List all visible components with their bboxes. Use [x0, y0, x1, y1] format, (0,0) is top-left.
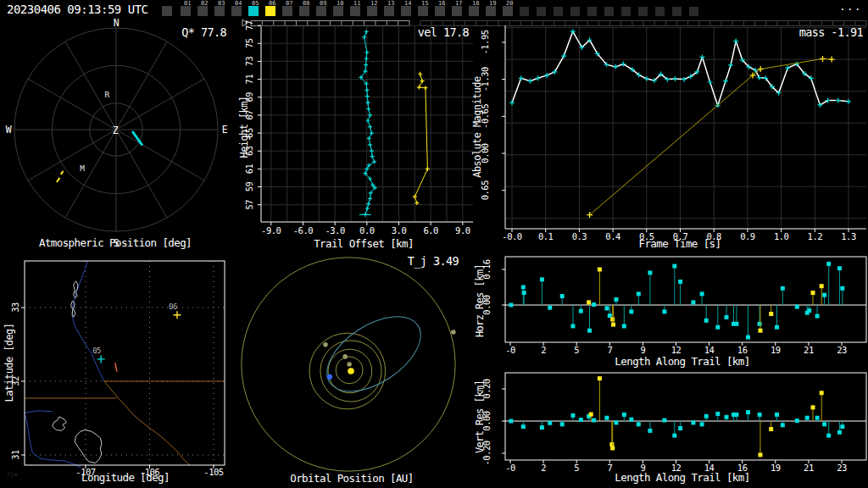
svg-text:19: 19	[771, 345, 781, 355]
svg-text:19: 19	[771, 463, 781, 473]
orbital-caption: Orbital Position [AU]	[290, 472, 413, 485]
app-window: 20230406 09:13:59 UTC 010203040506070809…	[0, 0, 868, 488]
earth-dot	[327, 374, 332, 380]
map-ylabel: Latitude [deg]	[3, 324, 15, 402]
svg-text:0.65: 0.65	[480, 180, 490, 200]
svg-text:75: 75	[244, 38, 254, 48]
map-xlabel: Longitude [deg]	[81, 471, 170, 484]
svg-text:0.9: 0.9	[740, 231, 755, 241]
planet-dot-jupiter	[451, 330, 456, 335]
horizontal-residuals-plot: -025791214161921230.160.00	[481, 257, 866, 355]
svg-text:73: 73	[244, 56, 254, 66]
light-curve-plot: -0.00.10.30.40.50.70.80.91.01.21.3-1.95-…	[480, 25, 866, 241]
svg-text:71: 71	[244, 75, 254, 85]
svg-text:R: R	[104, 90, 109, 99]
svg-text:-0: -0	[505, 463, 515, 473]
svg-text:M: M	[80, 164, 85, 173]
svg-text:14: 14	[704, 345, 715, 355]
svg-text:0.4: 0.4	[605, 231, 620, 241]
svg-text:9: 9	[640, 345, 645, 355]
svg-text:21: 21	[804, 463, 814, 473]
svg-text:1.0: 1.0	[774, 231, 789, 241]
atmospheric-caption: Atmospheric Position [deg]	[39, 236, 192, 249]
trail-xlabel: Trail Offset [km]	[314, 237, 414, 250]
svg-text:7: 7	[607, 345, 612, 355]
svg-text:61: 61	[244, 164, 254, 174]
svg-text:-9.0: -9.0	[261, 225, 281, 236]
svg-text:77: 77	[244, 20, 254, 30]
svg-text:12: 12	[671, 345, 682, 355]
svg-text:59: 59	[244, 182, 254, 192]
svg-text:7: 7	[607, 463, 612, 473]
svg-text:05: 05	[92, 347, 101, 355]
svg-text:-0.0: -0.0	[502, 231, 521, 241]
svg-text:3.0: 3.0	[392, 225, 407, 236]
map-station-marker-06: 06	[169, 302, 181, 319]
svg-text:0.1: 0.1	[538, 231, 554, 241]
vertical-residuals-plot: -025791214161921230.200.00-0.20	[481, 373, 866, 473]
svg-text:57: 57	[244, 200, 254, 210]
residuals-horz-ylabel: Horz Res [km]	[474, 264, 486, 337]
svg-text:-1.95: -1.95	[480, 30, 490, 54]
svg-text:W: W	[6, 124, 12, 136]
planet-dot-mars	[323, 342, 328, 347]
trail-offset-plot: -9.0-6.0-3.00.03.06.09.05759616365676971…	[244, 20, 473, 236]
svg-text:1.2: 1.2	[808, 231, 823, 241]
residuals-horz-xlabel: Length Along Trail [km]	[615, 355, 749, 368]
residuals-vert-xlabel: Length Along Trail [km]	[615, 471, 749, 484]
svg-text:5: 5	[574, 463, 579, 473]
svg-text:E: E	[222, 124, 228, 136]
trail-ylabel: Height [km]	[238, 97, 250, 158]
svg-text:2: 2	[541, 345, 546, 355]
residuals-vert-ylabel: Vert Res [km]	[474, 380, 486, 453]
lightcurve-xlabel: Frame Time [s]	[639, 237, 721, 250]
velocity-value: vel 17.8	[418, 25, 469, 39]
svg-text:0.0: 0.0	[359, 225, 375, 236]
svg-text:N: N	[114, 17, 120, 29]
svg-text:-3.0: -3.0	[325, 225, 344, 236]
svg-text:31: 31	[10, 450, 20, 460]
svg-text:-6.0: -6.0	[293, 225, 313, 236]
svg-text:1.3: 1.3	[841, 231, 856, 241]
svg-text:06: 06	[169, 302, 177, 311]
atmospheric-position-plot: NSWEZRM	[6, 17, 228, 249]
svg-text:Z: Z	[113, 125, 119, 136]
svg-text:5: 5	[574, 345, 579, 355]
q-star-value: Q* 77.8	[181, 25, 226, 39]
svg-text:6.0: 6.0	[423, 225, 438, 236]
svg-text:23: 23	[837, 463, 847, 473]
svg-text:23: 23	[837, 345, 847, 355]
svg-text:-0: -0	[505, 345, 515, 355]
planet-dot-mercury	[347, 362, 352, 367]
watermark: rjw	[7, 471, 18, 478]
mass-value: mass -1.91	[799, 25, 863, 39]
lightcurve-ylabel: Absolute Magnitude	[471, 76, 483, 177]
svg-text:33: 33	[10, 302, 20, 313]
orbital-position-plot	[242, 258, 456, 471]
svg-text:21: 21	[804, 345, 814, 355]
svg-text:-105: -105	[203, 467, 223, 477]
sun-dot	[348, 368, 354, 374]
svg-text:2: 2	[541, 463, 546, 473]
tisserand-value: T_j 3.49	[408, 254, 459, 268]
svg-text:0.3: 0.3	[572, 231, 587, 241]
ground-map-plot: -107-106-1053332310506	[10, 261, 225, 477]
svg-text:16: 16	[737, 345, 748, 355]
svg-text:9.0: 9.0	[455, 225, 470, 236]
planet-dot-venus	[342, 354, 348, 359]
